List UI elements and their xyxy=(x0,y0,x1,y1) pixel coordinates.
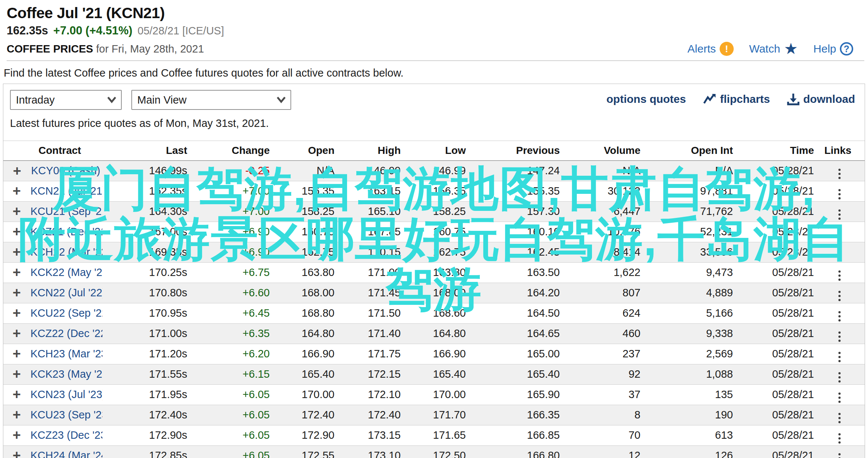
row-menu-dots-icon[interactable] xyxy=(835,452,844,458)
download-link[interactable]: download xyxy=(787,93,855,105)
links-cell xyxy=(816,384,865,405)
row-menu-dots-icon[interactable] xyxy=(835,249,844,262)
coffee-quotes-page: Coffee Jul '21 (KCN21) 162.35s +7.00 (+4… xyxy=(0,0,868,458)
row-menu-dots-icon[interactable] xyxy=(835,350,844,364)
high-cell: 171.50 xyxy=(337,303,403,323)
expand-plus-icon[interactable]: + xyxy=(13,348,21,359)
links-cell xyxy=(816,222,865,242)
row-menu-dots-icon[interactable] xyxy=(835,188,844,201)
low-cell: 168.60 xyxy=(403,303,468,323)
help-link[interactable]: Help ? xyxy=(813,42,853,55)
row-menu-dots-icon[interactable] xyxy=(835,208,844,221)
expand-plus-icon[interactable]: + xyxy=(13,206,21,217)
row-menu-dots-icon[interactable] xyxy=(835,411,844,425)
row-menu-dots-icon[interactable] xyxy=(835,228,844,242)
column-header-low: Low xyxy=(403,141,468,161)
options-quotes-link[interactable]: options quotes xyxy=(606,93,686,105)
contract-cell: +KCY00 (Cash) xyxy=(3,161,102,181)
last-cell: 169.35s xyxy=(102,242,189,262)
contract-link[interactable]: KCN22 (Jul '22) xyxy=(30,287,102,299)
open-int-cell: 5,166 xyxy=(643,303,735,323)
open-cell: 156.35 xyxy=(272,181,337,201)
low-cell: 166.90 xyxy=(403,344,468,364)
low-cell: 146.99 xyxy=(403,161,468,181)
alert-exclamation-icon: ! xyxy=(720,42,734,56)
expand-plus-icon[interactable]: + xyxy=(13,246,21,257)
contract-link[interactable]: KCN21 (Jul '21) xyxy=(30,185,102,197)
row-menu-dots-icon[interactable] xyxy=(835,167,844,181)
quote-row: +KCZ22 (Dec '22)171.00s+6.35164.80171.40… xyxy=(3,323,865,344)
contract-link[interactable]: KCZ22 (Dec '22) xyxy=(30,327,102,340)
open-int-cell: 9,338 xyxy=(643,323,735,344)
row-menu-dots-icon[interactable] xyxy=(835,310,844,323)
volume-cell: 10,076 xyxy=(562,222,643,242)
time-cell: 05/28/21 xyxy=(735,384,816,405)
row-menu-dots-icon[interactable] xyxy=(835,391,844,404)
expand-plus-icon[interactable]: + xyxy=(13,368,21,380)
contract-link[interactable]: KCZ23 (Dec '23) xyxy=(30,429,102,441)
alerts-link[interactable]: Alerts ! xyxy=(687,42,734,56)
expand-plus-icon[interactable]: + xyxy=(13,389,21,400)
links-cell xyxy=(816,181,865,201)
contract-link[interactable]: KCH23 (Mar '23) xyxy=(30,348,102,360)
open-cell: 170.00 xyxy=(272,384,337,405)
contract-link[interactable]: KCH22 (Mar '22) xyxy=(30,246,102,258)
contract-link[interactable]: KCU21 (Sep '21) xyxy=(30,205,102,218)
expand-plus-icon[interactable]: + xyxy=(13,185,21,196)
price-line: 162.35s +7.00 (+4.51%) 05/28/21 [ICE/US] xyxy=(7,24,864,37)
column-header-contract: Contract xyxy=(3,141,102,161)
previous-cell: 147.24 xyxy=(468,161,562,181)
contract-cell: +KCN23 (Jul '23) xyxy=(3,384,102,405)
high-cell: 171.40 xyxy=(337,323,403,344)
links-cell xyxy=(816,405,865,425)
contract-link[interactable]: KCN23 (Jul '23) xyxy=(30,388,102,401)
flipcharts-link[interactable]: flipcharts xyxy=(703,93,770,105)
expand-plus-icon[interactable]: + xyxy=(13,450,21,458)
quote-row: +KCU22 (Sep '22)170.95s+6.45168.80171.50… xyxy=(3,303,865,323)
last-cell: 170.95s xyxy=(102,303,189,323)
table-body: +KCY00 (Cash)146.99s-0.25N/A146.99146.99… xyxy=(3,161,865,458)
low-cell: 165.40 xyxy=(403,364,468,384)
view-select[interactable]: Main View xyxy=(131,90,291,110)
open-int-cell: 126 xyxy=(643,445,735,458)
row-menu-dots-icon[interactable] xyxy=(835,269,844,282)
row-menu-dots-icon[interactable] xyxy=(835,289,844,303)
contract-link[interactable]: KCU22 (Sep '22) xyxy=(30,307,102,319)
timeframe-select[interactable]: Intraday xyxy=(10,90,122,110)
watch-link[interactable]: Watch ★ xyxy=(749,41,798,57)
row-menu-dots-icon[interactable] xyxy=(835,432,844,445)
time-cell: 05/28/21 xyxy=(735,405,816,425)
quote-row: +KCH22 (Mar '22)169.35s+6.90162.75170.15… xyxy=(3,242,865,262)
open-int-cell: 1,088 xyxy=(643,364,735,384)
open-cell: N/A xyxy=(272,161,337,181)
high-cell: 171.00 xyxy=(337,262,403,283)
high-cell: 146.99 xyxy=(337,161,403,181)
low-cell: 168.00 xyxy=(403,283,468,303)
expand-plus-icon[interactable]: + xyxy=(13,287,21,298)
expand-plus-icon[interactable]: + xyxy=(13,307,21,319)
time-cell: 05/28/21 xyxy=(735,303,816,323)
low-cell: 158.25 xyxy=(403,201,468,222)
low-cell: 172.50 xyxy=(403,445,468,458)
links-cell xyxy=(816,344,865,364)
help-label: Help xyxy=(813,43,836,55)
expand-plus-icon[interactable]: + xyxy=(13,328,21,339)
expand-plus-icon[interactable]: + xyxy=(13,226,21,237)
high-cell: 172.15 xyxy=(337,364,403,384)
row-menu-dots-icon[interactable] xyxy=(835,330,844,343)
expand-plus-icon[interactable]: + xyxy=(13,267,21,278)
high-cell: 171.45 xyxy=(337,283,403,303)
contract-link[interactable]: KCU23 (Sep '23) xyxy=(30,409,102,421)
contract-link[interactable]: KCK23 (May '23) xyxy=(30,368,102,380)
high-cell: 170.15 xyxy=(337,242,403,262)
contract-link[interactable]: KCH24 (Mar '24) xyxy=(30,449,102,458)
expand-plus-icon[interactable]: + xyxy=(13,409,21,420)
contract-cell: +KCZ21 (Dec '21) xyxy=(3,222,102,242)
contract-link[interactable]: KCZ21 (Dec '21) xyxy=(30,226,102,238)
contract-link[interactable]: KCY00 (Cash) xyxy=(31,165,100,177)
section-subtitle: for Fri, May 28th, 2021 xyxy=(96,43,204,55)
expand-plus-icon[interactable]: + xyxy=(13,430,21,441)
row-menu-dots-icon[interactable] xyxy=(835,371,844,384)
contract-link[interactable]: KCK22 (May '22) xyxy=(30,266,102,279)
expand-plus-icon[interactable]: + xyxy=(13,165,21,176)
